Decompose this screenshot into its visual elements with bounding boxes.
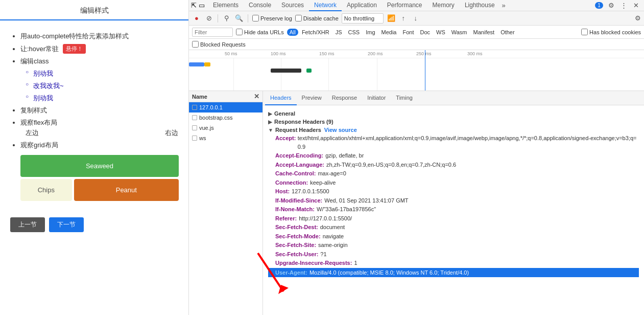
close-requests-icon[interactable]: ✕: [254, 93, 259, 100]
cursor-icon[interactable]: ⇱: [191, 2, 197, 9]
timeline-ruler: 50 ms 100 ms 150 ms 200 ms 250 ms 300 ms: [189, 50, 644, 58]
bar-2: [204, 62, 210, 66]
close-icon[interactable]: ✕: [632, 2, 640, 9]
general-section-header[interactable]: ▶ General: [268, 110, 639, 117]
blocked-requests-checkbox[interactable]: [192, 41, 199, 48]
next-button[interactable]: 下一节: [49, 217, 84, 232]
filter-img[interactable]: Img: [363, 29, 377, 36]
requests-list: 127.0.0.1 bootstrap.css vue.js ws: [189, 102, 263, 315]
blocked-requests-label[interactable]: Blocked Requests: [192, 41, 246, 48]
vline-200ms: [377, 58, 377, 91]
disable-cache-checkbox[interactable]: [295, 15, 302, 21]
tab-response[interactable]: Response: [327, 91, 363, 105]
device-icon[interactable]: ▭: [199, 2, 205, 9]
blocked-requests-bar: Blocked Requests: [189, 39, 644, 50]
search-icon[interactable]: 🔍: [234, 14, 244, 23]
response-arrow: ▶: [268, 119, 272, 125]
disable-cache-label[interactable]: Disable cache: [295, 15, 339, 21]
notification-badge: 1: [595, 2, 603, 9]
filter-ws[interactable]: WS: [434, 29, 448, 36]
has-blocked-cookies-checkbox[interactable]: [581, 29, 588, 35]
header-row-host: Host: 127.0.0.1:5500: [268, 187, 639, 196]
header-row-sec-fetch-dest: Sec-Fetch-Dest: document: [268, 223, 639, 232]
tab-sources[interactable]: Sources: [276, 0, 309, 11]
tab-preview[interactable]: Preview: [297, 91, 327, 105]
settings-icon[interactable]: ⚙: [607, 2, 615, 9]
tab-lighthouse[interactable]: Lighthouse: [460, 0, 500, 11]
hover-badge[interactable]: 悬停！: [63, 44, 86, 54]
filter-media[interactable]: Media: [379, 29, 399, 36]
header-row-cache-control: Cache-Control: max-age=0: [268, 169, 639, 178]
request-item-0[interactable]: 127.0.0.1: [189, 102, 263, 112]
request-item-2[interactable]: vue.js: [189, 123, 263, 133]
filter-js[interactable]: JS: [333, 29, 345, 36]
request-headers-section-header[interactable]: ▼ Request Headers View source: [268, 127, 639, 133]
header-row-referer: Referer: http://127.0.0.1:5500/: [268, 214, 639, 223]
filter-font[interactable]: Font: [400, 29, 416, 36]
panel-title: 编辑样式: [0, 0, 188, 20]
response-headers-section-header[interactable]: ▶ Response Headers (9): [268, 119, 639, 125]
has-blocked-cookies: Has blocked cookies: [581, 29, 641, 35]
network-toolbar: ● ⊘ ⚲ 🔍 Preserve log Disable cache No th…: [189, 11, 644, 26]
devtools-main: Name ✕ 127.0.0.1 bootstrap.css vue.js: [189, 91, 644, 315]
filter-fetch-xhr[interactable]: Fetch/XHR: [299, 29, 332, 36]
request-item-1[interactable]: bootstrap.css: [189, 112, 263, 123]
headers-tabs: Headers Preview Response Initiator Timin…: [263, 91, 644, 105]
list-item-class: 编辑class 别动我 改我改我~ 别动我: [20, 57, 178, 103]
tab-application[interactable]: Application: [342, 0, 382, 11]
preserve-log-checkbox[interactable]: [252, 15, 259, 21]
filter-other[interactable]: Other: [498, 29, 517, 36]
headers-content: ▶ General ▶ Response Headers (9) ▼ Reque…: [263, 105, 644, 315]
req-checkbox-2: [192, 125, 197, 130]
header-row-sec-fetch-user: Sec-Fetch-User: ?1: [268, 250, 639, 259]
filter-manifest[interactable]: Manifest: [471, 29, 497, 36]
tab-performance[interactable]: Performance: [382, 0, 427, 11]
prev-button[interactable]: 上一节: [10, 217, 45, 232]
header-row-accept-language: Accept-Language: zh,zh-TW;q=0.9,en-US;q=…: [268, 161, 639, 169]
vline-150ms: [328, 58, 329, 91]
hide-data-urls-label[interactable]: Hide data URLs: [236, 29, 284, 35]
devtools-panel: ⇱ ▭ Elements Console Sources Network App…: [189, 0, 644, 315]
request-item-3[interactable]: ws: [189, 133, 263, 143]
stop-button[interactable]: ⊘: [204, 14, 213, 23]
filter-icon[interactable]: ⚲: [222, 14, 231, 23]
header-row-upgrade-insecure: Upgrade-Insecure-Requests: 1: [268, 259, 639, 267]
tab-network[interactable]: Network: [309, 0, 342, 11]
timeline-cursor: [425, 50, 425, 91]
record-button[interactable]: ●: [192, 14, 201, 23]
grid-item-peanut: Peanut: [74, 179, 179, 201]
mark-50ms: 50 ms: [225, 51, 237, 56]
grid-item-chips: Chips: [20, 179, 72, 201]
tab-headers[interactable]: Headers: [265, 91, 297, 105]
header-row-if-modified-since: If-Modified-Since: Wed, 01 Sep 2021 13:4…: [268, 196, 639, 205]
upload-icon[interactable]: ↑: [399, 14, 408, 23]
list-item-grid: 观察grid布局 Seaweed Chips Peanut: [20, 141, 178, 201]
filter-css[interactable]: CSS: [346, 29, 363, 36]
filter-bar: Hide data URLs All Fetch/XHR JS CSS Img …: [189, 26, 644, 39]
view-source-link[interactable]: View source: [324, 127, 357, 133]
devtools-tabbar: ⇱ ▭ Elements Console Sources Network App…: [189, 0, 644, 11]
tab-console[interactable]: Console: [244, 0, 276, 11]
filter-wasm[interactable]: Wasm: [449, 29, 470, 36]
tab-timing[interactable]: Timing: [391, 91, 418, 105]
wifi-icon[interactable]: 📶: [387, 14, 396, 23]
hide-data-urls-checkbox[interactable]: [236, 29, 243, 35]
more-options-icon[interactable]: ⋮: [619, 2, 628, 9]
throttling-dropdown[interactable]: No throttling: [342, 13, 384, 24]
filter-input[interactable]: [192, 28, 233, 37]
tab-initiator[interactable]: Initiator: [362, 91, 391, 105]
left-panel: 编辑样式 用auto-complete特性给元素添加样式 让:hover常驻 悬…: [0, 0, 189, 315]
header-row-connection: Connection: keep-alive: [268, 178, 639, 187]
header-row-accept: Accept: text/html,application/xhtml+xml,…: [268, 134, 639, 151]
settings-gear-icon[interactable]: ⚙: [635, 14, 641, 22]
tab-memory[interactable]: Memory: [427, 0, 460, 11]
header-row-user-agent: User-Agent: Mozilla/4.0 (compatible; MSI…: [268, 268, 639, 278]
preserve-log-label[interactable]: Preserve log: [252, 15, 292, 21]
download-icon[interactable]: ↓: [411, 14, 420, 23]
filter-doc[interactable]: Doc: [417, 29, 433, 36]
more-tabs-icon[interactable]: »: [502, 2, 506, 9]
tab-elements[interactable]: Elements: [208, 0, 244, 11]
filter-all[interactable]: All: [287, 29, 298, 36]
mark-300ms: 300 ms: [467, 51, 483, 56]
list-item-flex: 观察flex布局 左边 右边: [20, 118, 178, 138]
